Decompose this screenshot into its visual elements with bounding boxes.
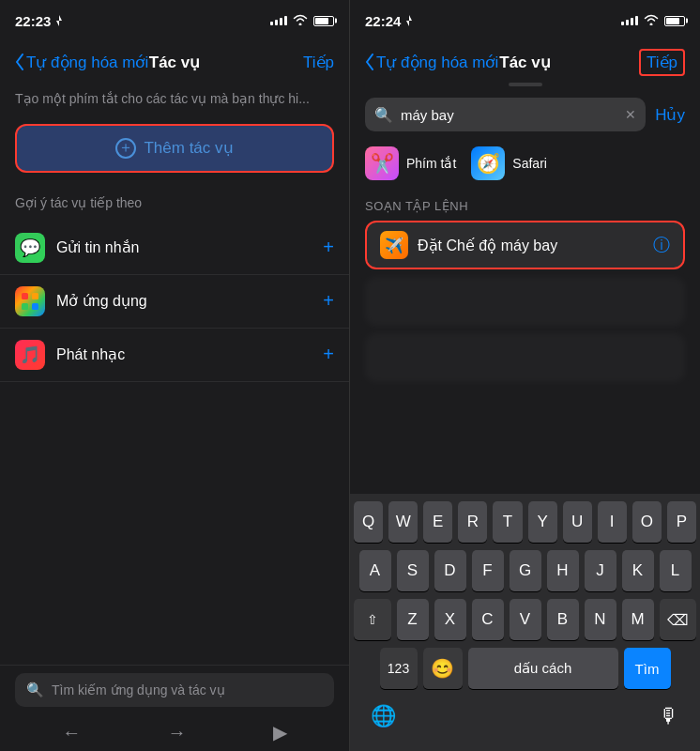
- suggestion-item-apps[interactable]: Mở ứng dụng +: [0, 275, 349, 329]
- key-s[interactable]: S: [397, 550, 429, 591]
- globe-icon[interactable]: 🌐: [361, 700, 405, 732]
- plus-circle-icon: ＋: [115, 138, 136, 159]
- key-j[interactable]: J: [585, 550, 616, 591]
- nav-back-btn[interactable]: ←: [54, 714, 88, 751]
- shortcuts-category[interactable]: ✂️ Phím tắt: [365, 146, 456, 180]
- key-f[interactable]: F: [472, 550, 504, 591]
- left-search-input[interactable]: 🔍 Tìm kiếm ứng dụng và tác vụ: [15, 673, 334, 707]
- left-status-bar: 22:23: [0, 0, 349, 41]
- key-w[interactable]: W: [388, 501, 418, 543]
- keyboard-row-2: A S D F G H J K L: [354, 550, 696, 591]
- key-u[interactable]: U: [563, 501, 592, 543]
- suggestions-label: Gợi ý tác vụ tiếp theo: [0, 195, 349, 222]
- add-action-label: Thêm tác vụ: [144, 138, 233, 158]
- right-next-button[interactable]: Tiếp: [639, 49, 685, 76]
- suggestion-apps-label: Mở ứng dụng: [56, 292, 312, 310]
- key-t[interactable]: T: [493, 501, 522, 543]
- right-signal-icon: [621, 16, 638, 25]
- key-e[interactable]: E: [423, 501, 452, 543]
- shortcuts-icon: ✂️: [365, 146, 399, 180]
- mic-icon[interactable]: 🎙: [649, 700, 689, 732]
- suggestion-item-messages[interactable]: 💬 Gửi tin nhắn +: [0, 222, 349, 275]
- key-search[interactable]: Tìm: [624, 648, 671, 689]
- suggestion-messages-plus[interactable]: +: [323, 237, 334, 258]
- suggestion-item-music[interactable]: 🎵 Phát nhạc +: [0, 329, 349, 382]
- left-status-icons: [270, 14, 334, 28]
- key-b[interactable]: B: [547, 599, 579, 640]
- key-k[interactable]: K: [622, 550, 654, 591]
- left-status-time: 22:23: [15, 13, 62, 29]
- keyboard-row-3: ⇧ Z X C V B N M ⌫: [354, 599, 696, 640]
- nav-play-btn[interactable]: ▶: [266, 713, 295, 751]
- shortcuts-label: Phím tắt: [406, 156, 456, 171]
- safari-label: Safari: [512, 156, 547, 171]
- blurred-item-2: [365, 333, 685, 382]
- key-n[interactable]: N: [585, 599, 616, 640]
- music-icon: 🎵: [15, 340, 45, 370]
- search-clear-button[interactable]: ✕: [625, 107, 636, 122]
- key-shift[interactable]: ⇧: [354, 599, 391, 640]
- left-next-button[interactable]: Tiếp: [303, 53, 334, 72]
- key-space[interactable]: dấu cách: [468, 648, 618, 689]
- blurred-item-1: [365, 277, 685, 326]
- action-label: Đặt Chế độ máy bay: [418, 237, 644, 254]
- svg-rect-2: [22, 303, 28, 310]
- left-back-button[interactable]: Tự động hóa mới: [15, 53, 148, 72]
- search-icon: 🔍: [26, 682, 44, 698]
- key-r[interactable]: R: [458, 501, 487, 543]
- messages-icon: 💬: [15, 233, 45, 263]
- svg-rect-3: [32, 303, 38, 310]
- right-status-icons: [621, 14, 685, 28]
- wifi-icon: [293, 14, 308, 28]
- right-nav-bar: Tự động hóa mới Tác vụ Tiếp: [350, 41, 700, 83]
- key-v[interactable]: V: [510, 599, 541, 640]
- keyboard: Q W E R T Y U I O P A S D F G H J K L ⇧ …: [350, 494, 700, 751]
- key-q[interactable]: Q: [354, 501, 383, 543]
- key-d[interactable]: D: [434, 550, 466, 591]
- key-l[interactable]: L: [660, 550, 692, 591]
- suggestion-music-plus[interactable]: +: [323, 344, 334, 365]
- app-categories: ✂️ Phím tắt 🧭 Safari: [350, 143, 700, 195]
- key-a[interactable]: A: [359, 550, 391, 591]
- left-bottom-search: 🔍 Tìm kiếm ứng dụng và tác vụ: [0, 665, 349, 713]
- key-p[interactable]: P: [667, 501, 696, 543]
- airplane-mode-action[interactable]: ✈️ Đặt Chế độ máy bay ⓘ: [365, 221, 685, 269]
- key-h[interactable]: H: [547, 550, 579, 591]
- add-action-button[interactable]: ＋ Thêm tác vụ: [15, 124, 334, 173]
- suggestion-music-label: Phát nhạc: [56, 345, 312, 363]
- suggestion-list: 💬 Gửi tin nhắn + Mở ứng dụng + 🎵 Phát nh…: [0, 222, 349, 665]
- key-z[interactable]: Z: [397, 599, 429, 640]
- search-input-container: 🔍 ✕: [365, 98, 646, 131]
- apps-icon: [15, 286, 45, 316]
- key-m[interactable]: M: [622, 599, 654, 640]
- left-nav-title: Tác vụ: [149, 53, 200, 72]
- keyboard-bottom-bar: 🌐 🎙: [354, 697, 696, 747]
- key-123[interactable]: 123: [380, 648, 418, 689]
- right-wifi-icon: [644, 14, 659, 28]
- right-status-time: 22:24: [365, 13, 412, 29]
- keyboard-row-1: Q W E R T Y U I O P: [354, 501, 696, 543]
- search-cancel-button[interactable]: Hủy: [655, 105, 685, 125]
- safari-category[interactable]: 🧭 Safari: [471, 146, 547, 180]
- right-back-button[interactable]: Tự động hóa mới: [365, 53, 498, 72]
- right-battery-icon: [664, 16, 685, 26]
- left-nav-bar: Tự động hóa mới Tác vụ Tiếp: [0, 41, 349, 83]
- key-c[interactable]: C: [472, 599, 504, 640]
- key-o[interactable]: O: [632, 501, 662, 543]
- svg-rect-1: [32, 293, 38, 299]
- key-g[interactable]: G: [510, 550, 541, 591]
- signal-icon: [270, 16, 287, 25]
- right-search-icon: 🔍: [374, 106, 393, 124]
- suggestion-apps-plus[interactable]: +: [323, 290, 334, 312]
- left-description: Tạo một phím tắt cho các tác vụ mà bạn t…: [0, 83, 349, 124]
- nav-forward-btn[interactable]: →: [160, 714, 193, 751]
- right-panel: 22:24 Tự độn: [350, 0, 700, 751]
- key-y[interactable]: Y: [528, 501, 557, 543]
- left-panel: 22:23 Tự độn: [0, 0, 350, 751]
- info-icon[interactable]: ⓘ: [653, 234, 670, 256]
- key-i[interactable]: I: [598, 501, 627, 543]
- search-input[interactable]: [401, 107, 617, 123]
- key-emoji[interactable]: 😊: [423, 648, 463, 689]
- key-x[interactable]: X: [434, 599, 466, 640]
- key-delete[interactable]: ⌫: [660, 599, 697, 640]
